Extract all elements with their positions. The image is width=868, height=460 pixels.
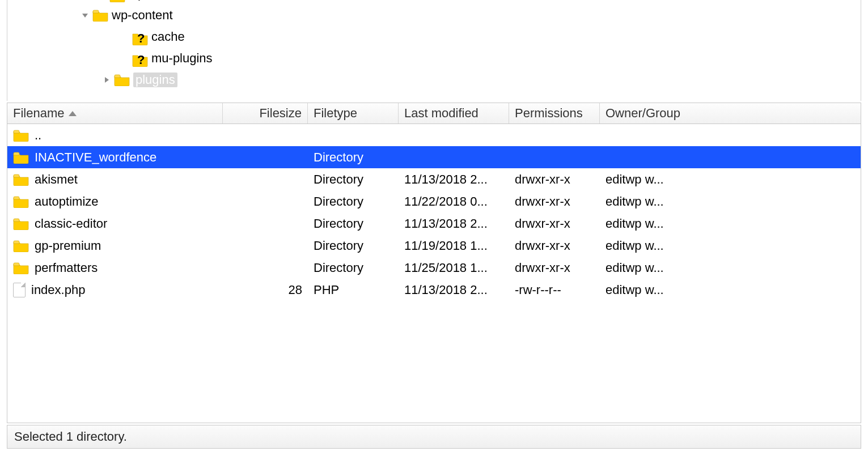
cell-filetype: Directory: [308, 261, 399, 275]
folder-unknown-icon: ?: [132, 52, 148, 65]
tree-item-label: wp-content: [112, 8, 173, 23]
cell-modified: 11/13/2018 2...: [399, 283, 509, 297]
table-row[interactable]: perfmattersDirectory11/25/2018 1...drwxr…: [7, 257, 861, 279]
cell-filesize: 28: [223, 283, 308, 297]
folder-unknown-icon: ?: [132, 31, 148, 43]
table-row[interactable]: akismetDirectory11/13/2018 2...drwxr-xr-…: [7, 168, 861, 190]
cell-permissions: drwxr-xr-x: [509, 238, 600, 253]
cell-filetype: Directory: [308, 194, 399, 209]
chevron-right-icon[interactable]: [103, 76, 111, 84]
tree-item-label: mu-plugins: [151, 51, 213, 66]
table-row[interactable]: index.php28PHP11/13/2018 2...-rw-r--r--e…: [7, 279, 861, 301]
tree-item[interactable]: ?cache: [7, 26, 861, 48]
column-header-owner[interactable]: Owner/Group: [600, 103, 691, 123]
status-bar: Selected 1 directory.: [7, 425, 861, 449]
table-row[interactable]: classic-editorDirectory11/13/2018 2...dr…: [7, 212, 861, 235]
column-header-modified[interactable]: Last modified: [399, 103, 509, 123]
file-list: Filename Filesize Filetype Last modified…: [7, 103, 861, 423]
tree-item[interactable]: plugins: [7, 69, 861, 91]
cell-filename: index.php: [7, 283, 223, 297]
directory-tree[interactable]: ?wp-adminwp-content?cache?mu-pluginsplug…: [7, 0, 861, 101]
chevron-down-icon[interactable]: [81, 11, 89, 19]
folder-icon: [13, 151, 29, 164]
file-icon: [13, 283, 26, 297]
cell-modified: 11/13/2018 2...: [399, 216, 509, 231]
cell-modified: 11/22/2018 0...: [399, 194, 509, 209]
folder-icon: [13, 129, 29, 142]
filename-text: gp-premium: [35, 238, 101, 253]
filename-text: akismet: [35, 172, 78, 187]
cell-filetype: Directory: [308, 150, 399, 165]
tree-toggle-spacer: [121, 54, 129, 62]
cell-owner: editwp w...: [600, 283, 691, 297]
folder-icon: [13, 240, 29, 252]
filename-text: ..: [35, 128, 41, 143]
table-row[interactable]: gp-premiumDirectory11/19/2018 1...drwxr-…: [7, 235, 861, 257]
cell-modified: 11/19/2018 1...: [399, 238, 509, 253]
folder-icon: [114, 74, 130, 86]
column-header-filename[interactable]: Filename: [7, 103, 223, 123]
cell-permissions: drwxr-xr-x: [509, 172, 600, 187]
cell-filetype: Directory: [308, 238, 399, 253]
folder-icon: [13, 195, 29, 208]
status-text: Selected 1 directory.: [14, 429, 127, 444]
tree-item-label: wp-admin: [129, 0, 183, 1]
tree-item[interactable]: ?wp-admin: [7, 0, 861, 5]
cell-filename: akismet: [7, 172, 223, 187]
tree-item[interactable]: wp-content: [7, 5, 861, 26]
tree-item[interactable]: ?mu-plugins: [7, 48, 861, 69]
table-row[interactable]: autoptimizeDirectory11/22/2018 0...drwxr…: [7, 190, 861, 212]
cell-filename: classic-editor: [7, 216, 223, 231]
filename-text: perfmatters: [35, 261, 98, 275]
cell-owner: editwp w...: [600, 172, 691, 187]
filename-text: index.php: [31, 283, 85, 297]
cell-filetype: Directory: [308, 216, 399, 231]
cell-owner: editwp w...: [600, 238, 691, 253]
tree-item-label: cache: [151, 29, 185, 44]
cell-permissions: drwxr-xr-x: [509, 216, 600, 231]
cell-filename: ..: [7, 128, 223, 143]
cell-filename: gp-premium: [7, 238, 223, 253]
cell-owner: editwp w...: [600, 194, 691, 209]
table-row[interactable]: ..: [7, 124, 861, 146]
file-rows: ..INACTIVE_wordfenceDirectoryakismetDire…: [7, 124, 861, 301]
column-header-permissions[interactable]: Permissions: [509, 103, 600, 123]
cell-owner: editwp w...: [600, 216, 691, 231]
cell-owner: editwp w...: [600, 261, 691, 275]
column-headers: Filename Filesize Filetype Last modified…: [7, 103, 861, 124]
folder-icon: [13, 218, 29, 230]
cell-permissions: drwxr-xr-x: [509, 194, 600, 209]
cell-permissions: -rw-r--r--: [509, 283, 600, 297]
tree-toggle-spacer: [121, 33, 129, 41]
filename-text: classic-editor: [35, 216, 107, 231]
folder-icon: [13, 173, 29, 186]
folder-icon: [92, 9, 108, 22]
table-row[interactable]: INACTIVE_wordfenceDirectory: [7, 146, 861, 168]
cell-modified: 11/13/2018 2...: [399, 172, 509, 187]
cell-filetype: Directory: [308, 172, 399, 187]
cell-modified: 11/25/2018 1...: [399, 261, 509, 275]
tree-item-label: plugins: [133, 73, 177, 87]
column-header-filetype[interactable]: Filetype: [308, 103, 399, 123]
filename-text: autoptimize: [35, 194, 99, 209]
cell-filename: perfmatters: [7, 261, 223, 275]
cell-filename: autoptimize: [7, 194, 223, 209]
filename-text: INACTIVE_wordfence: [35, 150, 156, 165]
folder-icon: [13, 262, 29, 274]
cell-filename: INACTIVE_wordfence: [7, 150, 223, 165]
cell-filetype: PHP: [308, 283, 399, 297]
column-header-filesize[interactable]: Filesize: [223, 103, 308, 123]
cell-permissions: drwxr-xr-x: [509, 261, 600, 275]
